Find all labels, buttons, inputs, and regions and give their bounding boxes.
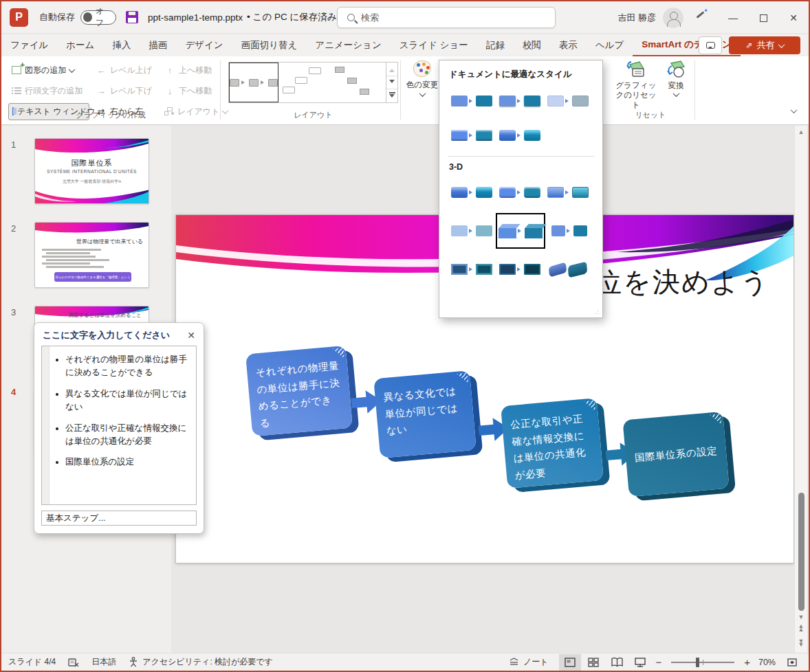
close-button[interactable]: ✕ [778,3,809,33]
share-button[interactable]: ⇗ 共有 [729,36,800,54]
style-option-polished-flat[interactable] [496,122,544,149]
gallery-scroll-up-button[interactable] [386,63,397,76]
language-status-button[interactable]: 日本語 [91,656,116,668]
change-colors-button[interactable]: 色の変更 [404,60,440,97]
zoom-slider[interactable] [671,662,734,663]
tab-view[interactable]: 表示 [550,34,587,56]
document-title[interactable]: ppt-sample1-temp.pptx • この PC に保存済み [148,11,346,23]
zoom-out-button[interactable]: − [653,656,664,668]
tab-help[interactable]: ヘルプ [587,34,633,56]
demote-button[interactable]: → レベル下げ [92,83,161,99]
tab-design[interactable]: デザイン [176,34,232,56]
tab-transitions[interactable]: 画面切り替え [232,34,307,56]
gallery-scroll-down-button[interactable] [386,76,397,90]
text-pane-body[interactable]: それぞれの物理量の単位は勝手に決めることができる 異なる文化では単位が同じではな… [41,346,197,505]
style-option-flat-scene[interactable] [545,217,593,245]
smartart-box-2[interactable]: 異なる文化では単位が同じではない [373,370,477,458]
accessibility-status-button[interactable]: アクセシビリティ: 検討が必要です [129,656,273,668]
slide-counter[interactable]: スライド 4/4 [8,656,56,668]
promote-button[interactable]: ← レベル上げ [92,63,161,78]
tab-draw[interactable]: 描画 [140,34,176,56]
gallery-more-button[interactable] [386,89,397,102]
smartart-box-3[interactable]: 公正な取引や正確な情報交換には単位の共通化が必要 [501,398,604,489]
convert-button[interactable]: 変換 [660,60,692,97]
close-icon[interactable]: ✕ [187,330,195,341]
scroll-up-icon[interactable]: ▲ [795,128,807,135]
layout-option-basic-process[interactable] [229,63,278,102]
tab-slideshow[interactable]: スライド ショー [391,34,477,56]
next-slide-button[interactable]: ▼▼ [795,640,807,647]
reading-view-button[interactable] [606,654,628,671]
layout-option-hierarchy[interactable] [328,63,377,102]
add-bullet-button[interactable]: 行頭文字の追加 [8,83,92,99]
scrollbar-thumb[interactable] [798,493,804,611]
style-option-inset[interactable] [496,179,544,206]
layout-option-step-process[interactable] [278,63,328,102]
slide-2-thumbnail[interactable]: 世界は物理量で出来ている 何らかの方法で数値化できる属性を「物理量」という [34,222,149,288]
tab-record[interactable]: 記録 [477,34,514,56]
style-option-brick-scene[interactable] [448,256,496,283]
text-pane-bullet-4[interactable]: 国際単位系の設定 [65,456,192,469]
draw-pen-icon[interactable] [693,11,707,25]
fit-slide-to-window-button[interactable] [781,654,803,671]
collapse-ribbon-chevron-icon[interactable] [791,107,798,113]
tab-file[interactable]: ファイル [1,34,57,56]
save-icon[interactable] [126,11,138,23]
powerpoint-window: P 自動保存 オフ ppt-sample1-temp.pptx • この PC … [0,0,810,672]
style-option-birds-eye-scene[interactable] [544,256,592,283]
styles-section-document: ドキュメントに最適なスタイル [449,69,594,80]
normal-view-button[interactable] [559,654,581,671]
text-pane-bullet-3[interactable]: 公正な取引や正確な情報交換には単位の共通化が必要 [65,422,192,449]
avatar[interactable] [663,8,683,28]
autosave-toggle[interactable]: オフ [80,10,116,25]
move-down-button[interactable]: ↓ 下へ移動 [161,83,215,99]
resize-grip-icon[interactable]: .: [595,309,600,315]
maximize-icon [760,14,767,22]
style-option-moderate[interactable] [496,87,544,115]
style-option-cube-selected[interactable] [496,213,545,249]
add-shape-button[interactable]: 図形の追加 [8,63,92,78]
up-arrow-icon: ↑ [164,65,175,76]
previous-slide-button[interactable]: ▲▲ [795,625,807,631]
user-name[interactable]: 吉田 勝彦 [617,12,656,24]
slideshow-view-button[interactable] [629,654,651,671]
reset-graphic-button[interactable]: グラフィックのリセット [613,60,659,110]
tab-review[interactable]: 校閲 [514,34,550,56]
slide-title-partial[interactable]: 位を決めよう [594,263,770,301]
text-pane-layout-name[interactable]: 基本ステップ... [41,511,197,526]
smartart-text-pane: ここに文字を入力してください ✕ それぞれの物理量の単位は勝手に決めることができ… [34,322,204,534]
zoom-level[interactable]: 70% [758,658,776,667]
slide-sorter-view-button[interactable] [582,654,604,671]
tab-animations[interactable]: アニメーション [306,34,390,56]
style-option-cartoon[interactable] [544,179,592,206]
chevron-down-icon [419,91,426,98]
zoom-slider-handle[interactable] [696,658,699,667]
maximize-button[interactable] [748,3,778,33]
spellcheck-status-button[interactable] [68,658,79,667]
tab-insert[interactable]: 挿入 [103,34,140,56]
move-up-button[interactable]: ↑ 上へ移動 [161,63,215,78]
zoom-in-button[interactable]: + [741,656,753,668]
slide-sorter-icon [588,658,599,667]
slide-1-number: 1 [11,139,16,150]
tab-home[interactable]: ホーム [57,34,103,56]
vertical-scrollbar[interactable]: ▲ ▼ ▲▲ ▼▼ [794,126,807,654]
style-option-simple[interactable] [448,87,496,115]
slide-1-thumbnail[interactable]: 国際単位系 SYSTÈME INTERNATIONAL D'UNITÉS 北里大… [34,138,149,204]
style-option-intense[interactable] [448,122,496,149]
scroll-down-icon[interactable]: ▼ [795,614,807,620]
notes-button[interactable]: ノート [509,656,549,668]
text-pane-bullet-2[interactable]: 異なる文化では単位が同じではない [65,388,192,414]
smartart-box-4[interactable]: 国際単位系の設定 [622,412,729,497]
tab-smartart-design[interactable]: SmartArt のデザイン [633,34,741,56]
style-option-powder[interactable] [448,217,496,245]
powerpoint-app-icon[interactable]: P [10,8,28,27]
style-option-subtle[interactable] [544,87,592,115]
text-pane-bullet-1[interactable]: それぞれの物理量の単位は勝手に決めることができる [65,353,192,380]
search-input[interactable]: 検索 [337,7,556,28]
minimize-button[interactable]: — [718,3,748,33]
smartart-box-1[interactable]: それぞれの物理量の単位は勝手に決めることができる [245,346,353,436]
comments-button[interactable] [699,36,722,54]
style-option-metallic-scene[interactable] [496,256,544,283]
style-option-polished[interactable] [448,179,496,206]
